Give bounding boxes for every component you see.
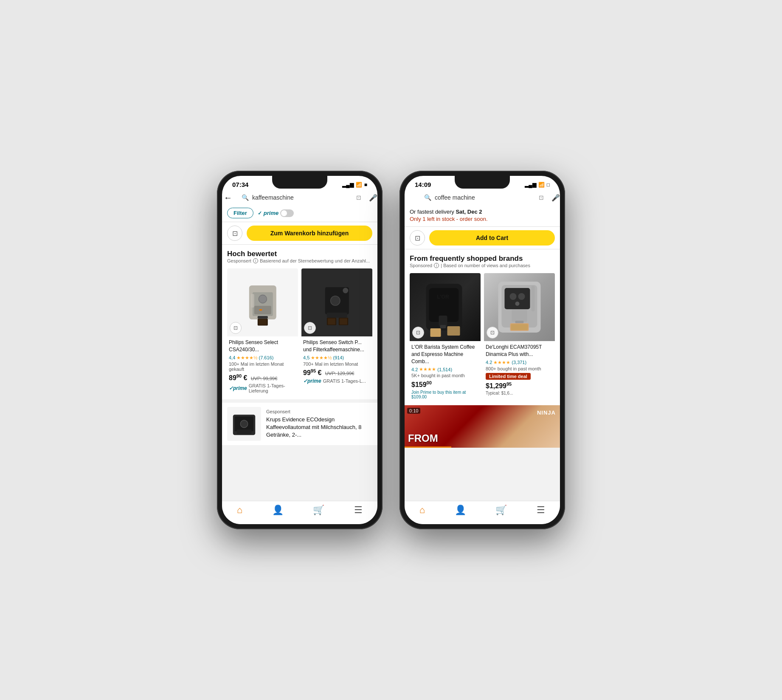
cart-icon-de: 🛒 [313, 505, 324, 516]
price-sup-de-1: 90 [236, 373, 242, 378]
scan-icon-de[interactable]: ⊡ [356, 194, 361, 201]
phone-german: 07:34 ▂▄▆ 📶 ■ ← 🔍 kaffeemaschine ⊡ 🎤 [217, 171, 383, 529]
sponsored-label-de: Gesponsert [227, 258, 251, 263]
stars-row-de-2: 4,5 ★★★★½ (914) [303, 355, 371, 361]
svg-text:L'OR: L'OR [437, 294, 449, 300]
price-de-2: 9995 € [303, 369, 323, 376]
product-name-en-1: L'OR Barista System Coffee and Espresso … [411, 344, 479, 365]
prime-switch[interactable] [280, 209, 294, 217]
price-row-de-1: 8990 € UVP: 99,99€ [229, 373, 296, 382]
product-image-de-2: ⊡ [301, 268, 372, 336]
search-input-en[interactable]: 🔍 coffee machine ⊡ [420, 191, 548, 204]
search-input-de[interactable]: 🔍 kaffeemaschine ⊡ [237, 191, 366, 204]
mic-icon-en[interactable]: 🎤 [551, 194, 560, 202]
prime-delivery-de-2: ✓prime GRATIS 1-Tages-L... [303, 378, 371, 384]
product-card-de-1[interactable]: ⊡ Philips Senseo Select CSA240/30... 4,4… [227, 268, 298, 396]
nav-menu-de[interactable]: ☰ [354, 505, 363, 516]
battery-icon: ■ [364, 182, 367, 188]
status-icons-en: ▂▄▆ 📶 □ [525, 182, 550, 188]
product-svg-de-1 [234, 275, 291, 330]
scan-btn-product-en-1[interactable]: ⊡ [412, 327, 424, 339]
section-subtitle-en: | Based on number of views and purchases [441, 263, 530, 268]
scan-btn-product-de-1[interactable]: ⊡ [230, 322, 242, 334]
product-card-en-1[interactable]: L'OR [410, 273, 481, 402]
mic-icon-de[interactable]: 🎤 [369, 194, 377, 202]
svg-rect-27 [440, 325, 446, 328]
delivery-text-de-1: GRATIS 1-Tages-Lieferung [249, 383, 296, 393]
prime-toggle[interactable]: ✓ prime [258, 209, 294, 217]
svg-rect-2 [254, 306, 271, 314]
product-svg-de-2 [309, 275, 366, 330]
svg-point-11 [330, 296, 340, 305]
signal-icon: ▂▄▆ [342, 182, 354, 188]
bottom-nav-de: ⌂ 👤 🛒 ☰ [222, 501, 377, 524]
delivery-text-en: Or fastest delivery Sat, Dec 2 [410, 209, 555, 215]
product-image-en-2: ⊡ [484, 273, 555, 341]
back-button-en[interactable]: ← [405, 191, 416, 204]
product-card-de-2[interactable]: ⊡ Philips Senseo Switch P... und Filterk… [301, 268, 372, 396]
product-card-en-2[interactable]: ⊡ De'Longhi ECAM37095T Dinamica Plus wit… [484, 273, 555, 402]
prime-badge-de-1: ✓prime [229, 385, 247, 391]
prime-check: ✓ [258, 210, 262, 216]
menu-icon-en: ☰ [537, 505, 545, 516]
svg-rect-16 [328, 319, 335, 325]
nav-account-en[interactable]: 👤 [455, 505, 466, 516]
stars-en-2: ★★★★ [493, 360, 510, 365]
add-to-cart-button-en[interactable]: Add to Cart [429, 230, 555, 246]
nav-cart-de[interactable]: 🛒 [313, 505, 324, 516]
info-icon-en[interactable]: i [434, 263, 439, 268]
stock-warning: Only 1 left in stock - order soon. [410, 216, 555, 222]
nav-cart-en[interactable]: 🛒 [495, 505, 507, 516]
add-to-cart-button-de[interactable]: Zum Warenkorb hinzufügen [247, 226, 372, 241]
cart-icon-en: 🛒 [495, 505, 507, 516]
scan-btn-product-de-2[interactable]: ⊡ [304, 322, 316, 334]
svg-point-21 [240, 420, 248, 428]
sponsored-img-de [227, 407, 261, 441]
uvp-de-2: UVP: 129,99€ [325, 371, 354, 376]
product-info-en-1: L'OR Barista System Coffee and Espresso … [410, 341, 481, 402]
video-banner[interactable]: 0:10 NINJA FROM [405, 405, 560, 448]
scan-circle-en[interactable]: ⊡ [410, 230, 425, 246]
uvp-de-1: UVP: 99,99€ [251, 376, 277, 381]
time-de: 07:34 [232, 181, 248, 188]
delivery-info-en: Or fastest delivery Sat, Dec 2 Only 1 le… [405, 204, 560, 227]
scan-circle-de[interactable]: ⊡ [227, 226, 242, 241]
nav-home-en[interactable]: ⌂ [419, 505, 425, 516]
notch-en [455, 176, 510, 189]
stars-de-2: ★★★★½ [311, 355, 332, 361]
back-button-de[interactable]: ← [222, 191, 234, 204]
scan-icon-en[interactable]: ⊡ [539, 194, 544, 201]
scan-btn-product-en-2[interactable]: ⊡ [487, 327, 498, 339]
reviews-en-2: (3,371) [512, 360, 526, 365]
info-icon-de[interactable]: i [253, 258, 258, 263]
svg-point-12 [343, 288, 348, 294]
sponsored-single-de[interactable]: Gesponsert Krups Evidence ECOdesign Kaff… [222, 403, 377, 445]
filter-button[interactable]: Filter [227, 208, 253, 218]
svg-rect-35 [505, 288, 530, 309]
bought-de-2: 700+ Mal im letzten Monat [303, 361, 371, 367]
section-title-de: Hoch bewertet [227, 250, 372, 258]
product-grid-en: L'OR [405, 270, 560, 405]
search-bar-de: ← 🔍 kaffeemaschine ⊡ 🎤 [222, 191, 377, 204]
product-name-de-2: Philips Senseo Switch P... und Filterkaf… [303, 339, 371, 353]
rating-de-2: 4,5 [303, 355, 309, 360]
nav-account-de[interactable]: 👤 [272, 505, 284, 516]
product-name-de-1: Philips Senseo Select CSA240/30... [229, 339, 296, 353]
stars-row-en-1: 4.2 ★★★★ (1,514) [411, 367, 479, 372]
cart-row-de: ⊡ Zum Warenkorb hinzufügen [222, 222, 377, 245]
product-name-en-2: De'Longhi ECAM37095T Dinamica Plus with.… [486, 344, 553, 358]
nav-home-de[interactable]: ⌂ [237, 505, 242, 516]
svg-rect-20 [237, 429, 252, 434]
nav-menu-en[interactable]: ☰ [537, 505, 545, 516]
svg-rect-17 [340, 319, 347, 325]
signal-icon-en: ▂▄▆ [525, 182, 536, 188]
rating-en-2: 4.2 [486, 360, 492, 365]
prime-delivery-de-1: ✓prime GRATIS 1-Tages-Lieferung [229, 383, 296, 393]
svg-rect-6 [259, 309, 262, 310]
svg-rect-26 [439, 316, 447, 326]
stars-row-en-2: 4.2 ★★★★ (3,371) [486, 360, 553, 365]
bought-en-1: 5K+ bought in past month [411, 373, 479, 378]
reviews-de-2: (914) [333, 355, 344, 360]
svg-rect-5 [251, 294, 254, 308]
section-header-en: From frequently shopped brands Sponsored… [405, 249, 560, 270]
